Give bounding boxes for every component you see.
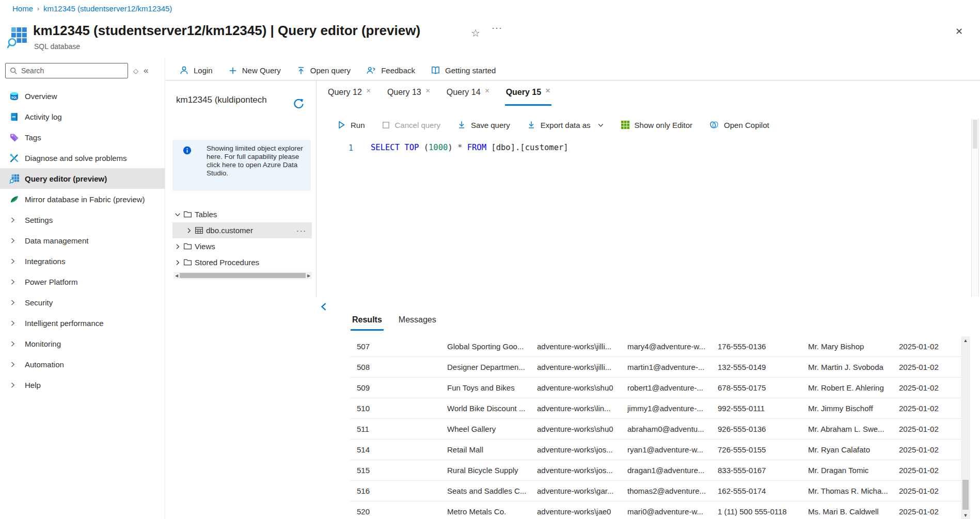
save-query-button[interactable]: Save query [457, 120, 510, 129]
green-grid-icon [621, 120, 630, 129]
run-button[interactable]: Run [337, 120, 365, 129]
close-tab-icon[interactable]: ✕ [545, 87, 550, 94]
cell-user: adventure-works\jilli... [537, 342, 627, 351]
editor-vertical-scrollbar[interactable] [971, 119, 979, 297]
sidebar-item-data-management[interactable]: Data management [0, 230, 165, 251]
tab-query-14[interactable]: Query 14 ✕ [446, 80, 491, 106]
tree-node-dbo-customer[interactable]: dbo.customer ··· [172, 222, 312, 238]
cell-phone: 926-555-0136 [718, 425, 808, 433]
header-more-icon[interactable]: ··· [492, 23, 502, 34]
sidebar-item-mirror-fabric[interactable]: Mirror database in Fabric (preview) [0, 189, 165, 209]
cell-company: Retail Mall [447, 445, 537, 454]
cell-user: adventure-works\jilli... [537, 363, 627, 371]
sidebar-item-label: Query editor (preview) [25, 174, 107, 183]
cell-phone: 1 (11) 500 555-0118 [718, 507, 808, 516]
table-row[interactable]: 510 World Bike Discount ... adventure-wo… [350, 398, 961, 419]
person-icon [179, 66, 189, 75]
explorer-database-name: km12345 (kuldipontech [176, 95, 267, 105]
export-data-button[interactable]: Export data as [527, 120, 604, 129]
scroll-left-icon[interactable]: ◀ [173, 273, 180, 278]
close-tab-icon[interactable]: ✕ [425, 87, 431, 94]
breadcrumb-home-link[interactable]: Home [12, 4, 33, 13]
tree-node-views[interactable]: Views [172, 238, 312, 254]
tab-results[interactable]: Results [351, 315, 384, 331]
scrollbar-thumb[interactable] [973, 120, 977, 149]
infobox-text[interactable]: Showing limited object explorer here. Fo… [207, 144, 306, 177]
sidebar-item-label: Automation [25, 360, 64, 369]
cell-user: adventure-works\jos... [537, 445, 627, 454]
tab-messages[interactable]: Messages [397, 315, 438, 331]
sidebar-search-box[interactable] [5, 63, 128, 78]
scroll-down-icon[interactable]: ▼ [961, 513, 970, 518]
results-vertical-scrollbar[interactable]: ▲ ▼ [961, 336, 970, 519]
sidebar-item-overview[interactable]: SQL Overview [0, 86, 165, 106]
more-actions-icon[interactable]: ··· [296, 226, 307, 235]
close-tab-icon[interactable]: ✕ [485, 87, 490, 94]
open-query-button[interactable]: Open query [296, 66, 351, 75]
table-row[interactable]: 509 Fun Toys and Bikes adventure-works\s… [350, 378, 961, 398]
tab-query-13[interactable]: Query 13 ✕ [386, 80, 432, 106]
feedback-button[interactable]: Feedback [366, 66, 415, 75]
scrollbar-thumb[interactable] [962, 480, 969, 510]
tree-node-label: dbo.customer [206, 226, 253, 235]
cancel-query-button[interactable]: Cancel query [382, 121, 440, 129]
search-options-icon[interactable]: ◇ [133, 67, 138, 75]
tab-query-12[interactable]: Query 12 ✕ [327, 80, 372, 106]
table-row[interactable]: 508 Designer Departmen... adventure-work… [350, 357, 961, 378]
sidebar-item-security[interactable]: Security [0, 292, 165, 313]
sidebar-item-settings[interactable]: Settings [0, 209, 165, 230]
table-row[interactable]: 507 Global Sporting Goo... adventure-wor… [350, 336, 961, 357]
close-tab-icon[interactable]: ✕ [366, 87, 371, 94]
scroll-right-icon[interactable]: ▶ [306, 273, 312, 278]
cell-name: Mr. Martin J. Svoboda [808, 363, 899, 371]
show-only-editor-button[interactable]: Show only Editor [621, 120, 693, 129]
table-row[interactable]: 516 Seats and Saddles C... adventure-wor… [350, 481, 961, 501]
table-row[interactable]: 515 Rural Bicycle Supply adventure-works… [350, 460, 961, 481]
sidebar-item-power-platform[interactable]: Power Platform [0, 271, 165, 292]
tag-icon [9, 133, 19, 142]
info-icon [183, 146, 192, 155]
sql-identifier: [dbo].[customer] [486, 143, 568, 152]
chevron-down-icon [175, 212, 181, 218]
new-query-button[interactable]: New Query [228, 66, 281, 75]
sidebar-item-diagnose[interactable]: Diagnose and solve problems [0, 148, 165, 168]
sidebar-item-activity-log[interactable]: Activity log [0, 106, 165, 127]
collapse-sidebar-icon[interactable]: « [144, 66, 148, 76]
breadcrumb: Home › km12345 (studentserver12/km12345) [12, 4, 172, 13]
sidebar-item-integrations[interactable]: Integrations [0, 251, 165, 271]
chevron-right-icon [186, 228, 192, 234]
sidebar-item-tags[interactable]: Tags [0, 127, 165, 148]
refresh-icon[interactable] [293, 98, 305, 110]
login-button[interactable]: Login [179, 66, 213, 75]
sidebar-item-monitoring[interactable]: Monitoring [0, 333, 165, 354]
search-input[interactable] [21, 67, 123, 75]
tab-query-15[interactable]: Query 15 ✕ [505, 80, 552, 106]
sql-code-line[interactable]: SELECT TOP (1000) * FROM [dbo].[customer… [371, 143, 568, 152]
open-copilot-button[interactable]: Open Copilot [709, 120, 769, 130]
scroll-up-icon[interactable]: ▲ [961, 338, 970, 343]
getting-started-button[interactable]: Getting started [431, 66, 496, 75]
favorite-star-icon[interactable]: ☆ [471, 27, 480, 39]
tree-node-stored-procedures[interactable]: Stored Procedures [172, 254, 312, 270]
sidebar-item-intelligent-performance[interactable]: Intelligent performance [0, 313, 165, 333]
scrollbar-thumb[interactable] [180, 273, 306, 278]
close-blade-icon[interactable]: ✕ [955, 26, 963, 37]
collapse-results-icon[interactable] [320, 302, 327, 311]
chevron-right-icon [9, 320, 16, 327]
table-row[interactable]: 520 Metro Metals Co. adventure-works\jae… [350, 501, 961, 519]
tree-node-tables[interactable]: Tables [172, 206, 312, 222]
cell-name: Mr. Mary Bishop [808, 342, 899, 351]
sql-keyword: SELECT TOP [371, 143, 424, 152]
table-row[interactable]: 511 Wheel Gallery adventure-works\shu0 a… [350, 419, 961, 440]
cell-date: 2025-01-02 [899, 445, 961, 454]
cell-user: adventure-works\shu0 [537, 425, 627, 433]
sidebar-item-query-editor[interactable]: Query editor (preview) [0, 168, 165, 189]
table-row[interactable]: 514 Retail Mall adventure-works\jos... r… [350, 440, 961, 460]
sidebar-item-help[interactable]: Help [0, 375, 165, 395]
explorer-horizontal-scrollbar[interactable]: ◀ ▶ [173, 272, 312, 279]
new-query-label: New Query [242, 66, 281, 75]
chevron-right-icon [9, 279, 16, 285]
breadcrumb-current-link[interactable]: km12345 (studentserver12/km12345) [43, 4, 172, 13]
cell-user: adventure-works\lin... [537, 404, 627, 413]
sidebar-item-automation[interactable]: Automation [0, 354, 165, 375]
